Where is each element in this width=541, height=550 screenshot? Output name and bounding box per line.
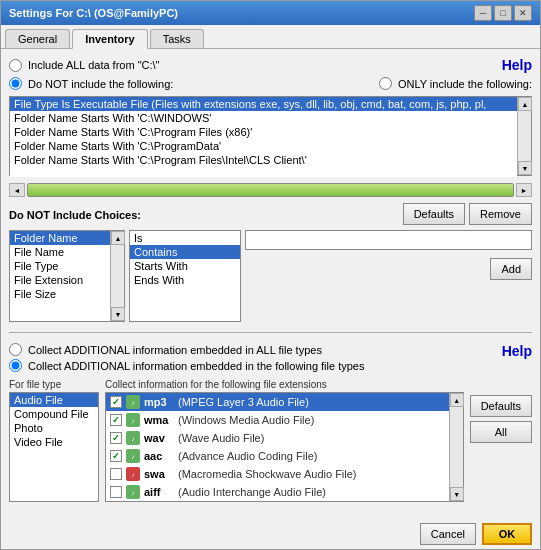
ext-scroll-up[interactable]: ▲ bbox=[450, 393, 464, 407]
ext-checkbox[interactable]: ✓ bbox=[110, 414, 122, 426]
list-item[interactable]: Starts With bbox=[130, 259, 240, 273]
ext-scroll-track bbox=[450, 407, 463, 487]
ext-desc: (MPEG Layer 3 Audio File) bbox=[178, 396, 309, 408]
list-item[interactable]: File Extension bbox=[10, 273, 110, 287]
defaults-button[interactable]: Defaults bbox=[403, 203, 465, 225]
choices-scroll-up[interactable]: ▲ bbox=[111, 231, 125, 245]
ext-item[interactable]: ♪ swa (Macromedia Shockwave Audio File) bbox=[106, 465, 449, 483]
list-item[interactable]: File Size bbox=[10, 287, 110, 301]
ext-scrollbar: ▲ ▼ bbox=[449, 393, 463, 501]
list-item[interactable]: Ends With bbox=[130, 273, 240, 287]
close-button[interactable]: ✕ bbox=[514, 5, 532, 21]
h-scroll-bar[interactable] bbox=[27, 183, 514, 197]
file-type-ext-row: For file type Audio File Compound File P… bbox=[9, 379, 532, 502]
do-not-radio[interactable] bbox=[9, 77, 22, 90]
ext-file-icon: ♪ bbox=[126, 485, 140, 499]
ext-checkbox[interactable]: ✓ bbox=[110, 450, 122, 462]
ext-desc: (Audio Interchange Audio File) bbox=[178, 486, 326, 498]
help-link-top[interactable]: Help bbox=[502, 57, 532, 73]
choices-list[interactable]: Folder Name File Name File Type File Ext… bbox=[10, 231, 110, 321]
list-item[interactable]: Folder Name Starts With 'C:\WINDOWS' bbox=[10, 111, 517, 125]
list-item[interactable]: File Type bbox=[10, 259, 110, 273]
choices-scroll-down[interactable]: ▼ bbox=[111, 307, 125, 321]
ext-item[interactable]: ♪ aiff (Audio Interchange Audio File) bbox=[106, 483, 449, 501]
only-include-label: ONLY include the following: bbox=[398, 78, 532, 90]
ext-item[interactable]: ✓ ♪ mp3 (MPEG Layer 3 Audio File) bbox=[106, 393, 449, 411]
h-scroll-right[interactable]: ► bbox=[516, 183, 532, 197]
list-item[interactable]: File Name bbox=[10, 245, 110, 259]
list-item[interactable]: Folder Name Starts With 'C:\Program File… bbox=[10, 125, 517, 139]
include-all-radio[interactable] bbox=[9, 59, 22, 72]
file-type-list[interactable]: Audio File Compound File Photo Video Fil… bbox=[10, 393, 98, 501]
checkmark-icon: ✓ bbox=[112, 433, 120, 443]
collect-all-row: Collect ADDITIONAL information embedded … bbox=[9, 343, 364, 356]
ext-checkbox[interactable]: ✓ bbox=[110, 432, 122, 444]
ext-name: wma bbox=[144, 414, 174, 426]
ext-desc: (Windows Media Audio File) bbox=[178, 414, 314, 426]
list-item[interactable]: Compound File bbox=[10, 407, 98, 421]
ext-name: aac bbox=[144, 450, 174, 462]
collect-radios: Collect ADDITIONAL information embedded … bbox=[9, 343, 364, 372]
only-include-radio[interactable] bbox=[379, 77, 392, 90]
list-item[interactable]: File Type Is Executable File (Files with… bbox=[10, 97, 517, 111]
help-link-bottom[interactable]: Help bbox=[502, 343, 532, 359]
add-button[interactable]: Add bbox=[490, 258, 532, 280]
ext-file-icon: ♪ bbox=[126, 413, 140, 427]
ext-checkbox[interactable] bbox=[110, 468, 122, 480]
list-item[interactable]: Video File bbox=[10, 435, 98, 449]
list-item[interactable]: Photo bbox=[10, 421, 98, 435]
include-section: Include ALL data from "C:\" Help Do NOT … bbox=[9, 57, 532, 90]
ext-desc: (Advance Audio Coding File) bbox=[178, 450, 317, 462]
list-item[interactable]: Audio File bbox=[10, 393, 98, 407]
list-item[interactable]: Folder Name Starts With 'C:\Program File… bbox=[10, 153, 517, 167]
ok-button[interactable]: OK bbox=[482, 523, 532, 545]
main-list-inner[interactable]: File Type Is Executable File (Files with… bbox=[10, 97, 517, 177]
collect-following-label: Collect ADDITIONAL information embedded … bbox=[28, 360, 364, 372]
collect-all-radio[interactable] bbox=[9, 343, 22, 356]
ext-item[interactable]: ✓ ♪ wav (Wave Audio File) bbox=[106, 429, 449, 447]
collect-defaults-button[interactable]: Defaults bbox=[470, 395, 532, 417]
minimize-button[interactable]: ─ bbox=[474, 5, 492, 21]
extensions-col: Collect information for the following fi… bbox=[105, 379, 464, 502]
separator bbox=[9, 332, 532, 333]
value-add-col: Add bbox=[245, 230, 532, 280]
ext-name: mp3 bbox=[144, 396, 174, 408]
list-item[interactable]: Folder Name Starts With 'C:\ProgramData' bbox=[10, 139, 517, 153]
ext-scroll-down[interactable]: ▼ bbox=[450, 487, 464, 501]
scroll-down-arrow[interactable]: ▼ bbox=[518, 161, 532, 175]
choices-scrollbar: ▲ ▼ bbox=[110, 231, 124, 321]
ext-list-box: ✓ ♪ mp3 (MPEG Layer 3 Audio File) ✓ ♪ wm… bbox=[105, 392, 464, 502]
remove-button[interactable]: Remove bbox=[469, 203, 532, 225]
tab-general[interactable]: General bbox=[5, 29, 70, 48]
bottom-buttons: Cancel OK bbox=[1, 519, 540, 549]
list-item[interactable]: Contains bbox=[130, 245, 240, 259]
window-controls: ─ □ ✕ bbox=[474, 5, 532, 21]
collect-following-radio[interactable] bbox=[9, 359, 22, 372]
ext-item[interactable]: ✓ ♪ wma (Windows Media Audio File) bbox=[106, 411, 449, 429]
ext-file-icon: ♪ bbox=[126, 431, 140, 445]
include-all-label: Include ALL data from "C:\" bbox=[28, 59, 160, 71]
ext-checkbox[interactable] bbox=[110, 486, 122, 498]
condition-list-box: Is Contains Starts With Ends With bbox=[129, 230, 241, 322]
only-include-row: ONLY include the following: bbox=[379, 77, 532, 90]
list-item[interactable]: Is bbox=[130, 231, 240, 245]
condition-list[interactable]: Is Contains Starts With Ends With bbox=[130, 231, 240, 321]
title-bar: Settings For C:\ (OS@FamilyPC) ─ □ ✕ bbox=[1, 1, 540, 25]
h-scroll-left[interactable]: ◄ bbox=[9, 183, 25, 197]
scroll-up-arrow[interactable]: ▲ bbox=[518, 97, 532, 111]
ext-file-icon: ♪ bbox=[126, 449, 140, 463]
ext-item[interactable]: ✓ ♪ aac (Advance Audio Coding File) bbox=[106, 447, 449, 465]
maximize-button[interactable]: □ bbox=[494, 5, 512, 21]
include-all-row: Include ALL data from "C:\" bbox=[9, 59, 160, 72]
value-input[interactable] bbox=[245, 230, 532, 250]
ext-desc: (Wave Audio File) bbox=[178, 432, 264, 444]
ext-list[interactable]: ✓ ♪ mp3 (MPEG Layer 3 Audio File) ✓ ♪ wm… bbox=[106, 393, 449, 501]
list-item[interactable]: Folder Name bbox=[10, 231, 110, 245]
ext-file-icon: ♪ bbox=[126, 395, 140, 409]
defaults-remove-row: Defaults Remove bbox=[403, 203, 532, 225]
tab-tasks[interactable]: Tasks bbox=[150, 29, 204, 48]
all-button[interactable]: All bbox=[470, 421, 532, 443]
cancel-button[interactable]: Cancel bbox=[420, 523, 476, 545]
ext-checkbox[interactable]: ✓ bbox=[110, 396, 122, 408]
tab-inventory[interactable]: Inventory bbox=[72, 29, 148, 49]
